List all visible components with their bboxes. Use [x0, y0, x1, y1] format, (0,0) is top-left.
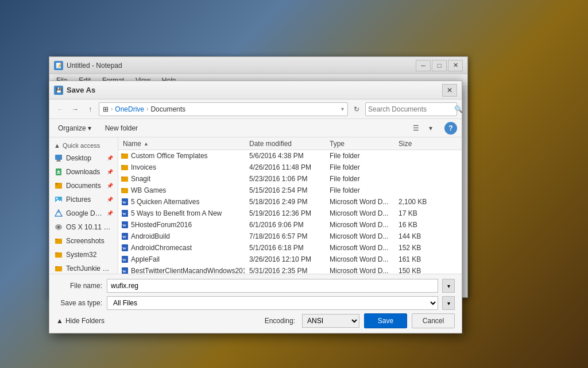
- disk-icon-osx: [54, 223, 63, 232]
- sidebar-item-downloads[interactable]: Downloads 📌: [49, 165, 118, 179]
- sidebar-label-documents: Documents: [66, 182, 101, 190]
- filename-dropdown-arrow[interactable]: ▾: [442, 279, 455, 293]
- column-type-header[interactable]: Type: [325, 140, 394, 148]
- google-drive-icon: [54, 209, 63, 218]
- file-row[interactable]: Custom Office Templates 5/6/2016 4:38 PM…: [118, 150, 462, 162]
- file-date: 5/1/2016 6:18 PM: [245, 244, 325, 252]
- sidebar-item-desktop[interactable]: Desktop 📌: [49, 151, 118, 165]
- savetype-dropdown-arrow[interactable]: ▾: [442, 296, 455, 310]
- file-name: W AppleFail: [118, 255, 245, 263]
- dialog-close-button[interactable]: ✕: [442, 84, 457, 97]
- organize-button[interactable]: Organize ▾: [54, 122, 95, 135]
- sidebar-item-documents[interactable]: Documents 📌: [49, 179, 118, 193]
- hide-folders-toggle[interactable]: ▲ Hide Folders: [56, 317, 105, 325]
- file-row[interactable]: Snagit 5/23/2016 1:06 PM File folder: [118, 173, 462, 185]
- filename-input[interactable]: [107, 279, 438, 293]
- nav-refresh-button[interactable]: ↻: [350, 103, 363, 116]
- word-icon: W: [121, 221, 129, 229]
- view-list-button[interactable]: ☰: [409, 122, 423, 135]
- word-icon: W: [121, 209, 129, 217]
- sidebar-item-google-drive[interactable]: Google Drive 📌: [49, 206, 118, 220]
- column-name-header[interactable]: Name ▲: [118, 140, 245, 148]
- notepad-close-button[interactable]: ✕: [448, 60, 463, 71]
- sidebar-label-osx: OS X 10.11 El Ca: [66, 223, 113, 231]
- notepad-maximize-button[interactable]: □: [432, 60, 447, 71]
- file-name-text: BestTwitterClientMacandWindows2016: [131, 267, 245, 274]
- file-row[interactable]: W 5 Ways to Benefit from A New 5/19/2016…: [118, 208, 462, 219]
- file-row[interactable]: W AndroidBuild 7/18/2016 6:57 PM Microso…: [118, 231, 462, 242]
- breadcrumb-dropdown-arrow[interactable]: ▾: [341, 106, 344, 112]
- column-size-header[interactable]: Size: [394, 140, 440, 148]
- file-row[interactable]: W 5 Quicken Alternatives 5/18/2016 2:49 …: [118, 196, 462, 208]
- pin-icon-google-drive: 📌: [107, 210, 113, 216]
- help-button[interactable]: ?: [444, 122, 457, 135]
- svg-rect-1: [57, 160, 60, 161]
- sidebar-label-system32: System32: [66, 251, 96, 259]
- file-row[interactable]: W AndroidChromecast 5/1/2016 6:18 PM Mic…: [118, 242, 462, 254]
- nav-forward-button[interactable]: →: [69, 103, 82, 116]
- search-icon[interactable]: 🔍: [454, 105, 463, 113]
- file-type: Microsoft Word D...: [325, 255, 394, 263]
- notepad-title: Untitled - Notepad: [67, 62, 416, 70]
- svg-point-14: [57, 226, 60, 228]
- view-details-dropdown[interactable]: ▾: [424, 122, 438, 135]
- pin-icon-documents: 📌: [107, 183, 113, 189]
- svg-point-9: [56, 198, 58, 200]
- sidebar-item-screenshots[interactable]: Screenshots: [49, 234, 118, 248]
- file-date: 5/23/2016 1:06 PM: [245, 175, 325, 183]
- dialog-bottom-form: File name: ▾ Save as type: All Files ▾ ▲…: [49, 274, 462, 333]
- sidebar-item-techjunkie[interactable]: TechJunkie Scre: [49, 262, 118, 274]
- word-icon: W: [121, 198, 129, 206]
- file-size: 17 KB: [394, 209, 440, 217]
- file-row[interactable]: W BestTwitterClientMacandWindows2016 5/3…: [118, 265, 462, 274]
- breadcrumb-onedrive[interactable]: OneDrive: [115, 105, 144, 113]
- sidebar: ▲ Quick access Desktop 📌 Downloads 📌: [49, 137, 118, 274]
- svg-rect-5: [57, 173, 60, 174]
- file-row[interactable]: W AppleFail 3/26/2016 12:10 PM Microsoft…: [118, 254, 462, 265]
- sidebar-item-pictures[interactable]: Pictures 📌: [49, 193, 118, 206]
- file-name-text: 5 Ways to Benefit from A New: [131, 209, 222, 217]
- new-folder-button[interactable]: New folder: [100, 122, 143, 135]
- savetype-label: Save as type:: [56, 299, 102, 307]
- file-name-text: 5 Quicken Alternatives: [131, 198, 199, 206]
- column-date-header[interactable]: Date modified: [245, 140, 325, 148]
- encoding-select[interactable]: ANSI: [302, 314, 359, 328]
- save-button[interactable]: Save: [364, 313, 407, 328]
- search-input[interactable]: [368, 105, 454, 113]
- filename-row: File name: ▾: [56, 279, 455, 293]
- file-row[interactable]: W 5HostedForum2016 6/1/2016 9:06 PM Micr…: [118, 219, 462, 231]
- notepad-titlebar: 📝 Untitled - Notepad ─ □ ✕: [49, 57, 467, 74]
- svg-rect-30: [121, 188, 123, 189]
- folder-icon: [121, 163, 129, 171]
- nav-back-button[interactable]: ←: [54, 103, 67, 116]
- cancel-button[interactable]: Cancel: [412, 313, 455, 328]
- file-size: 144 KB: [394, 232, 440, 240]
- breadcrumb-documents: Documents: [150, 105, 185, 113]
- word-icon: W: [121, 267, 129, 274]
- folder-icon-techjunkie: [54, 264, 63, 273]
- sidebar-label-google-drive: Google Drive: [66, 209, 104, 217]
- sidebar-item-osx[interactable]: OS X 10.11 El Ca: [49, 220, 118, 234]
- dialog-titlebar: 💾 Save As ✕: [49, 81, 462, 99]
- savetype-select[interactable]: All Files: [107, 296, 438, 310]
- word-icon: W: [121, 255, 129, 263]
- file-type: Microsoft Word D...: [325, 232, 394, 240]
- quick-access-label: Quick access: [63, 142, 100, 149]
- svg-rect-2: [56, 161, 61, 162]
- svg-text:W: W: [122, 223, 126, 228]
- file-row[interactable]: Invoices 4/26/2016 11:48 PM File folder: [118, 162, 462, 173]
- file-row[interactable]: WB Games 5/15/2016 2:54 PM File folder: [118, 185, 462, 196]
- notepad-minimize-button[interactable]: ─: [416, 60, 431, 71]
- sidebar-item-system32[interactable]: System32: [49, 248, 118, 262]
- svg-rect-16: [55, 239, 57, 240]
- file-name: W 5 Ways to Benefit from A New: [118, 209, 245, 217]
- organize-label: Organize: [58, 124, 86, 132]
- quick-access-header[interactable]: ▲ Quick access: [49, 140, 118, 151]
- file-type: Microsoft Word D...: [325, 221, 394, 229]
- file-date: 5/18/2016 2:49 PM: [245, 198, 325, 206]
- nav-up-button[interactable]: ↑: [84, 103, 96, 116]
- file-name: W 5 Quicken Alternatives: [118, 198, 245, 206]
- search-box: 🔍: [365, 102, 457, 116]
- file-name: Snagit: [118, 175, 245, 183]
- organize-dropdown-icon: ▾: [88, 124, 91, 132]
